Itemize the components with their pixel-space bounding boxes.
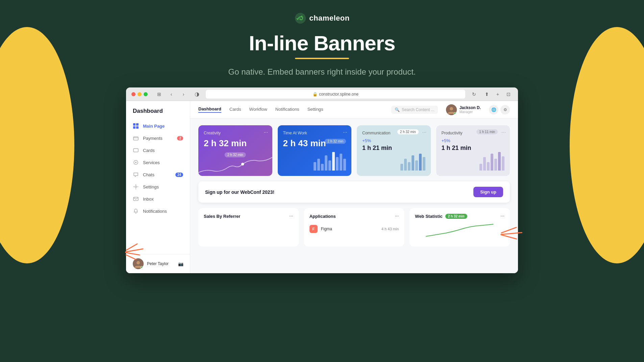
forward-btn[interactable]: ›	[179, 90, 188, 98]
browser-controls: ⊞ ‹ ›	[154, 90, 188, 98]
page-header: chameleon In-line Banners Go native. Emb…	[0, 0, 644, 77]
sales-by-referrer-menu[interactable]: ···	[289, 213, 293, 219]
payments-badge: 2	[177, 136, 183, 140]
svg-point-13	[137, 261, 140, 264]
sidebar-toggle-btn[interactable]: ⊞	[154, 90, 164, 98]
figma-icon: F	[309, 225, 318, 233]
nav-item-workflow[interactable]: Workflow	[249, 107, 267, 112]
communication-menu[interactable]: ···	[422, 129, 426, 135]
bottom-cards-row: Sales By Referrer ··· Applications ··· F…	[198, 208, 510, 247]
web-stat-badge: 2 h 32 min	[445, 214, 467, 219]
sidebar-item-inbox[interactable]: Inbox	[126, 193, 190, 205]
web-stat-chart	[415, 223, 504, 240]
app-row-figma: F Figma 4 h 43 min	[309, 223, 399, 235]
nav-actions: 🌐 ⚙	[489, 105, 510, 114]
share-btn[interactable]: ⬆	[483, 90, 491, 98]
nav-item-cards[interactable]: Cards	[229, 107, 241, 112]
nav-user-name: Jackson D.	[460, 105, 481, 110]
banner-signup-button[interactable]: Sign up	[473, 187, 503, 197]
time-at-work-menu[interactable]: ···	[343, 129, 347, 135]
camera-icon[interactable]: 📷	[178, 261, 183, 266]
split-btn[interactable]: ⊡	[504, 90, 513, 98]
svg-rect-6	[133, 137, 138, 140]
underline-accent	[295, 58, 349, 59]
theme-toggle-btn[interactable]: ◑	[192, 90, 202, 98]
search-placeholder: Search Content ...	[402, 107, 435, 112]
sidebar-label-chats: Chats	[143, 172, 154, 177]
svg-point-1	[301, 16, 303, 18]
settings-icon	[133, 184, 139, 190]
sidebar-item-services[interactable]: Services	[126, 156, 190, 169]
new-tab-btn[interactable]: +	[494, 90, 502, 98]
help-btn[interactable]: ⚙	[500, 105, 510, 114]
nav-item-dashboard[interactable]: Dashboard	[198, 106, 221, 113]
nav-user: Jackson D. Manager	[446, 104, 481, 115]
browser-window: ⊞ ‹ › ◑ 🔒 constructor.spline.one ↻ ⬆ + ⊡…	[126, 87, 518, 273]
sidebar-item-chats[interactable]: Chats 24	[126, 169, 190, 181]
sidebar-item-settings[interactable]: Settings	[126, 181, 190, 193]
user-name: Peter Taylor	[147, 261, 169, 266]
main-area: Dashboard Cards Workflow Notifications S…	[190, 101, 518, 273]
sidebar-item-payments[interactable]: Payments 2	[126, 132, 190, 144]
time-at-work-badge: 2 h 32 min	[325, 139, 346, 144]
productivity-menu[interactable]: ···	[501, 129, 506, 135]
productivity-card: Productivity 1 h 11 min ··· +5% 1 h 21 m…	[436, 125, 510, 176]
subtitle: Go native. Embed banners right inside yo…	[0, 67, 644, 77]
svg-rect-2	[133, 123, 135, 126]
time-at-work-card: Time At Work 2 h 43 min ···	[278, 125, 352, 176]
nav-avatar	[446, 104, 457, 115]
traffic-lights	[131, 92, 148, 96]
svg-rect-7	[133, 149, 138, 152]
url-text: constructor.spline.one	[319, 92, 358, 97]
main-title: In-line Banners	[0, 31, 644, 55]
traffic-light-green[interactable]	[144, 92, 148, 96]
banner-text: Sign up for our WebConf 2023!	[205, 189, 473, 195]
traffic-light-yellow[interactable]	[138, 92, 142, 96]
web-statistic-title: Web Statistic 2 h 32 min ···	[415, 213, 504, 219]
svg-rect-11	[133, 197, 138, 201]
nav-item-settings[interactable]: Settings	[307, 107, 323, 112]
cards-icon	[133, 147, 139, 153]
sidebar-label-inbox: Inbox	[143, 197, 154, 202]
wallet-icon	[133, 135, 139, 141]
sales-by-referrer-label: Sales By Referrer	[204, 214, 240, 219]
services-icon	[133, 159, 139, 165]
time-at-work-chart	[314, 150, 346, 171]
svg-point-0	[295, 13, 306, 24]
inline-banner: Sign up for our WebConf 2023! Sign up	[198, 181, 510, 203]
browser-titlebar: ⊞ ‹ › ◑ 🔒 constructor.spline.one ↻ ⬆ + ⊡	[126, 87, 518, 101]
sidebar-label-main-page: Main Page	[143, 124, 165, 129]
sidebar-item-cards[interactable]: Cards	[126, 144, 190, 156]
lock-icon: 🔒	[313, 92, 318, 97]
figma-time: 4 h 43 min	[381, 227, 399, 231]
communication-badge: 2 h 32 min	[397, 129, 419, 134]
back-btn[interactable]: ‹	[167, 90, 176, 98]
creativity-menu[interactable]: ···	[264, 129, 268, 135]
inbox-icon	[133, 196, 139, 202]
nav-item-notifications[interactable]: Notifications	[275, 107, 299, 112]
sidebar-item-notifications[interactable]: Notifications	[126, 205, 190, 217]
sidebar-item-main-page[interactable]: Main Page	[126, 120, 190, 132]
web-statistic-menu[interactable]: ···	[500, 213, 504, 219]
address-bar[interactable]: 🔒 constructor.spline.one	[206, 90, 465, 99]
applications-menu[interactable]: ···	[395, 213, 399, 219]
reload-btn[interactable]: ↻	[469, 90, 479, 98]
top-nav: Dashboard Cards Workflow Notifications S…	[190, 101, 518, 119]
nav-user-info: Jackson D. Manager	[460, 105, 481, 114]
sidebar-label-settings: Settings	[143, 184, 159, 189]
svg-rect-3	[136, 123, 139, 126]
chats-badge: 24	[175, 173, 183, 177]
applications-title: Applications ···	[309, 213, 399, 219]
productivity-chart	[479, 150, 504, 171]
communication-card: Communication 2 h 32 min ··· +5% 1 h 21 …	[357, 125, 431, 176]
applications-card: Applications ··· F Figma 4 h 43 min	[304, 208, 404, 247]
bell-icon	[133, 208, 139, 214]
notification-btn[interactable]: 🌐	[489, 105, 498, 114]
user-avatar	[133, 258, 144, 269]
applications-label: Applications	[309, 214, 336, 219]
logo-area: chameleon	[0, 12, 644, 24]
sidebar-title: Dashboard	[126, 108, 190, 120]
traffic-light-red[interactable]	[131, 92, 135, 96]
search-bar[interactable]: 🔍 Search Content ...	[391, 106, 438, 114]
sidebar-label-services: Services	[143, 160, 160, 165]
